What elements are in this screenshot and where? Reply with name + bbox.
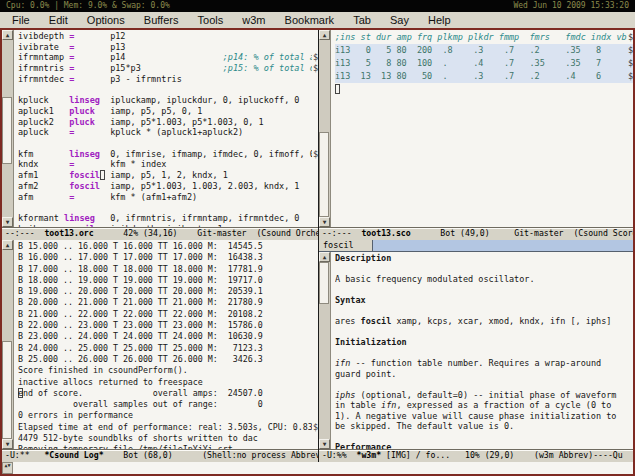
window-log: ▲ ▼ B 15.000 .. 16.000 T 16.000 TT 16.00… — [2, 240, 318, 462]
doc-scrollbar-track[interactable] — [319, 262, 330, 439]
text-line: A basic frequency modulated oscillator. — [335, 274, 633, 285]
scroll-arrows-icon: ▲▼ — [2, 462, 13, 474]
sco-scrollbar-track[interactable] — [319, 40, 330, 217]
sco-modeline[interactable]: --:--- toot13.sco Bot (49,0) Git-master … — [319, 227, 633, 240]
text-line: B 25.000 .. 26.000 T 26.000 TT 26.000 M:… — [18, 354, 318, 365]
text-line: Removing temporary file /tmp/fileIpYjYi.… — [18, 444, 318, 449]
scroll-up-button[interactable]: ▲ — [2, 240, 13, 250]
text-line: kndx = kfm * index — [18, 159, 318, 170]
scroll-up-icon: ▲ — [323, 31, 327, 38]
text-line — [335, 348, 633, 359]
text-line: Performance — [335, 442, 633, 449]
mini-arrows-glyph: ▲▼ — [4, 462, 10, 468]
scroll-down-icon: ▼ — [6, 440, 10, 447]
menu-item-options[interactable]: Options — [79, 12, 133, 28]
text-line: afm1 foscil iamp, p5, 1, 2, kndx, 1 — [18, 170, 318, 181]
tab-foscil[interactable]: foscil — [319, 240, 373, 251]
sco-scrollbar[interactable]: ▲ ▼ — [319, 30, 331, 227]
text-line: kpluck linseg ipluckamp, ipluckdur, 0, i… — [18, 95, 318, 106]
scroll-up-button[interactable]: ▲ — [2, 30, 13, 40]
text-line: guard point. — [335, 369, 633, 380]
scrollbar-thumb[interactable] — [319, 262, 329, 304]
text-line: ivibrate = p13 — [18, 42, 318, 53]
menu-item-say[interactable]: Say — [382, 12, 417, 28]
menu-item-help[interactable]: Help — [420, 12, 459, 28]
text-line: --:--- toot13.orc 42% (34,16) Git-master… — [5, 228, 318, 239]
text-line: Elapsed time at end of performance: real… — [18, 422, 318, 433]
scroll-up-button[interactable]: ▲ — [319, 30, 330, 40]
wm-titlebar: Cpu: 0.0% | Mem: 9.0% & Swap: 0.0% Wed J… — [0, 0, 635, 12]
scroll-down-button[interactable]: ▼ — [319, 217, 330, 227]
scroll-up-icon: ▲ — [6, 241, 10, 248]
scroll-down-button[interactable]: ▼ — [319, 439, 330, 449]
text-line: apluck = kpluck * (apluck1+apluck2) — [18, 127, 318, 138]
menu-item-bookmark[interactable]: Bookmark — [277, 12, 343, 28]
doc-scrollbar[interactable]: ▲ ▼ — [319, 252, 331, 449]
log-modeline[interactable]: -U:** *Csound Log* Bot (68,0) (Shell:no … — [2, 449, 318, 462]
emacs-screen: Cpu: 0.0% | Mem: 9.0% & Swap: 0.0% Wed J… — [0, 0, 635, 476]
menu-item-edit[interactable]: Edit — [41, 12, 76, 28]
doc-modeline[interactable]: -U:%% *w3m* [IMG] / fo... 10% (29,0) (w3… — [319, 449, 633, 462]
text-line: B 21.000 .. 22.000 T 22.000 TT 22.000 M:… — [18, 309, 318, 320]
log-buffer[interactable]: B 15.000 .. 16.000 T 16.000 TT 16.000 M:… — [14, 240, 318, 449]
minibuffer[interactable]: ▲▼ — [2, 462, 633, 474]
scrollbar-thumb[interactable] — [319, 132, 329, 217]
menubar: File Edit Options Buffers Tools w3m Book… — [0, 12, 635, 28]
orc-buffer[interactable]: ivibdepth = p12ivibrate = p13ifrmntamp =… — [14, 30, 318, 227]
text-line: Syntax — [335, 295, 633, 306]
menu-item-tab[interactable]: Tab — [345, 12, 379, 28]
clock-text: Wed Jun 10 2009 15:33:20 — [513, 0, 629, 12]
text-line: 1). A negative value will cause phase in… — [335, 411, 633, 422]
text-line: i13 13 13 80 50 . .3 .7 .2 .4 6 1$ — [335, 70, 633, 83]
text-line: kfm linseg 0, ifmrise, ifmamp, ifmdec, 0… — [18, 149, 318, 160]
text-line: B 23.000 .. 24.000 T 24.000 TT 24.000 M:… — [18, 331, 318, 342]
doc-buffer[interactable]: Description A basic frequency modulated … — [331, 252, 633, 449]
scrollbar-thumb[interactable] — [2, 341, 12, 439]
scroll-down-icon: ▼ — [323, 440, 327, 447]
minibuffer-text[interactable] — [13, 462, 633, 474]
window-divider[interactable] — [318, 30, 319, 462]
window-doc: foscil ▲ ▼ Description A basic frequency… — [319, 240, 633, 462]
text-line — [335, 264, 633, 275]
text-line — [18, 202, 318, 213]
scroll-down-icon: ▼ — [6, 218, 10, 225]
sco-buffer[interactable]: ;ins st dur amp frq plkmp plkdr fmmp fmr… — [331, 30, 633, 227]
log-scrollbar[interactable]: ▲ ▼ — [2, 240, 14, 449]
text-line — [335, 306, 633, 317]
text-line: afm = kfm * (afm1+afm2) — [18, 192, 318, 203]
text-line: kvib oscil ivibdepth, ivibrate, 1 — [18, 224, 318, 227]
text-line: i13 0 5 80 200 .8 .3 .7 .2 .35 8 1$ — [335, 44, 633, 57]
text-line: apluck2 pluck iamp, p5*1.003, p5*1.003, … — [18, 117, 318, 128]
text-line: kformant linseg 0, ifrmntris, ifrmntamp,… — [18, 213, 318, 224]
menu-item-w3m[interactable]: w3m — [234, 12, 273, 28]
menu-item-buffers[interactable]: Buffers — [136, 12, 187, 28]
scroll-down-button[interactable]: ▼ — [2, 439, 13, 449]
menu-item-tools[interactable]: Tools — [190, 12, 232, 28]
text-line — [335, 379, 633, 390]
text-line: Score finished in csoundPerform(). — [18, 365, 318, 376]
window-orc: ▲ ▼ ivibdepth = p12ivibrate = p13ifrmnta… — [2, 30, 318, 240]
log-scrollbar-track[interactable] — [2, 250, 13, 439]
text-line — [18, 138, 318, 149]
orc-scrollbar[interactable]: ▲ ▼ — [2, 30, 14, 227]
orc-scrollbar-track[interactable] — [2, 40, 13, 217]
text-line: in table ifn, expressed as a fraction of… — [335, 400, 633, 411]
text-line: iphs (optional, default=0) -- initial ph… — [335, 390, 633, 401]
scrollbar-thumb[interactable] — [2, 97, 12, 164]
menu-item-file[interactable]: File — [4, 12, 38, 28]
text-line: overall samples out of range: 0 — [18, 399, 318, 410]
text-line: B 19.000 .. 20.000 T 20.000 TT 20.000 M:… — [18, 286, 318, 297]
scroll-down-button[interactable]: ▼ — [2, 217, 13, 227]
orc-modeline[interactable]: --:--- toot13.orc 42% (34,16) Git-master… — [2, 227, 318, 240]
text-line: B 15.000 .. 16.000 T 16.000 TT 16.000 M:… — [18, 241, 318, 252]
text-line: B 22.000 .. 23.000 T 23.000 TT 23.000 M:… — [18, 320, 318, 331]
text-line: B 20.000 .. 21.000 T 21.000 TT 21.000 M:… — [18, 297, 318, 308]
scroll-up-button[interactable]: ▲ — [319, 252, 330, 262]
text-line: ifrmntris = p15*p3 ;p15: % of total dur$ — [18, 63, 318, 74]
text-line: ares foscil xamp, kcps, xcar, xmod, kndx… — [335, 316, 633, 327]
text-line: B 24.000 .. 25.000 T 25.000 TT 25.000 M:… — [18, 343, 318, 354]
text-line: afm2 foscil iamp, p5*1.003, 1.003, 2.003… — [18, 181, 318, 192]
window-sco: ▲ ▼ ;ins st dur amp frq plkmp plkdr fmmp… — [319, 30, 633, 240]
text-line: ;ins st dur amp frq plkmp plkdr fmmp fmr… — [335, 31, 633, 44]
text-line: apluck1 pluck iamp, p5, p5, 0, 1 — [18, 106, 318, 117]
